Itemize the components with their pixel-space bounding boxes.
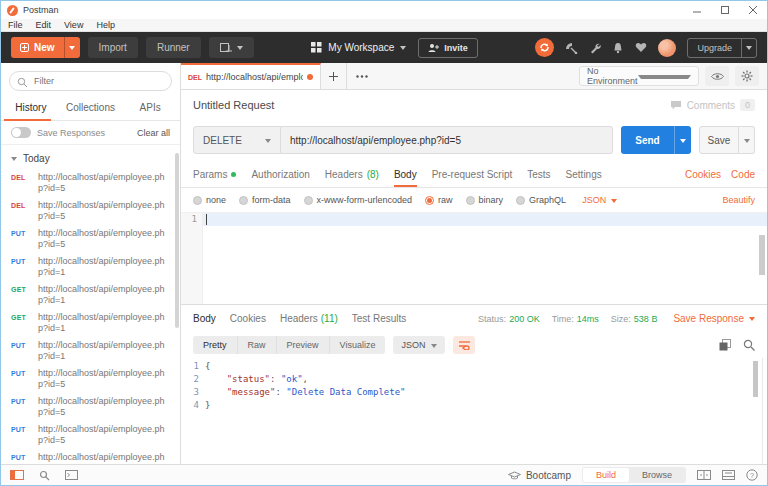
sync-button[interactable] bbox=[535, 38, 554, 57]
tab-authorization[interactable]: Authorization bbox=[251, 162, 309, 187]
environment-settings-button[interactable] bbox=[735, 66, 759, 86]
history-item[interactable]: PUT http://localhost/api/employee.php?id… bbox=[1, 365, 180, 393]
editor-scrollbar[interactable] bbox=[759, 235, 765, 275]
upgrade-dropdown[interactable] bbox=[741, 39, 756, 57]
save-responses-toggle[interactable] bbox=[11, 127, 31, 138]
tab-prerequest[interactable]: Pre-request Script bbox=[432, 162, 513, 187]
history-item[interactable]: PUT http://localhost/api/employee.php?id… bbox=[1, 225, 180, 253]
save-dropdown[interactable] bbox=[739, 126, 755, 154]
two-pane-layout-icon[interactable] bbox=[697, 470, 711, 480]
tab-body[interactable]: Body bbox=[394, 162, 417, 187]
today-section-header[interactable]: Today bbox=[1, 145, 180, 169]
single-pane-layout-icon[interactable] bbox=[722, 470, 735, 480]
comments-button[interactable]: Comments 0 bbox=[670, 99, 755, 111]
sidebar-scrollbar[interactable] bbox=[175, 153, 179, 328]
bodytype-none[interactable]: none bbox=[193, 195, 226, 205]
history-item[interactable]: DEL http://localhost/api/employee.php?id… bbox=[1, 169, 180, 197]
tab-apis[interactable]: APIs bbox=[120, 97, 180, 120]
view-preview[interactable]: Preview bbox=[277, 336, 330, 354]
help-icon[interactable]: ? bbox=[746, 469, 758, 481]
response-tab-headers[interactable]: Headers(11) bbox=[280, 305, 338, 332]
request-body-editor[interactable]: 1 bbox=[181, 212, 767, 304]
view-visualize[interactable]: Visualize bbox=[330, 336, 386, 354]
runner-button[interactable]: Runner bbox=[146, 37, 201, 58]
history-item[interactable]: DEL http://localhost/api/employee.php?id… bbox=[1, 197, 180, 225]
section-label: Today bbox=[23, 153, 50, 164]
bell-icon[interactable] bbox=[612, 42, 624, 54]
send-dropdown[interactable] bbox=[674, 126, 691, 154]
code-link[interactable]: Code bbox=[731, 169, 755, 180]
filter-input[interactable] bbox=[9, 71, 172, 91]
history-item[interactable]: PUT http://localhost/api/employee.php?id… bbox=[1, 393, 180, 421]
user-avatar[interactable] bbox=[658, 39, 676, 57]
bodytype-form-data[interactable]: form-data bbox=[239, 195, 291, 205]
new-tab-button[interactable] bbox=[321, 63, 347, 89]
new-button[interactable]: New bbox=[11, 37, 80, 58]
url-input[interactable] bbox=[281, 126, 613, 154]
history-item[interactable]: GET http://localhost/api/employee.php?id… bbox=[1, 281, 180, 309]
tab-collections[interactable]: Collections bbox=[61, 97, 121, 120]
menu-view[interactable]: View bbox=[64, 20, 83, 30]
search-response-icon[interactable] bbox=[743, 339, 755, 351]
cookies-link[interactable]: Cookies bbox=[685, 169, 721, 180]
beautify-link[interactable]: Beautify bbox=[722, 195, 755, 205]
build-tab[interactable]: Build bbox=[583, 468, 629, 482]
history-item[interactable]: PUT http://localhost/api/employee.php?id… bbox=[1, 421, 180, 449]
history-item[interactable]: PUT http://localhost/api/employee.php?id… bbox=[1, 253, 180, 281]
save-button[interactable]: Save bbox=[699, 126, 739, 154]
response-scrollbar[interactable] bbox=[753, 361, 758, 397]
request-name[interactable]: Untitled Request bbox=[193, 99, 274, 111]
environment-selector[interactable]: No Environment bbox=[579, 66, 699, 86]
history-item[interactable]: PUT http://localhost/api/employee.php?id… bbox=[1, 337, 180, 365]
bodytype-urlencoded[interactable]: x-www-form-urlencoded bbox=[304, 195, 413, 205]
menu-edit[interactable]: Edit bbox=[36, 20, 52, 30]
view-raw[interactable]: Raw bbox=[238, 336, 277, 354]
request-tab[interactable]: DEL http://localhost/api/employee.p... bbox=[181, 63, 321, 89]
heart-icon[interactable] bbox=[635, 42, 647, 53]
view-pretty[interactable]: Pretty bbox=[193, 336, 238, 354]
tab-options-button[interactable] bbox=[347, 63, 377, 89]
wrench-icon[interactable] bbox=[589, 42, 601, 54]
clear-all-link[interactable]: Clear all bbox=[137, 128, 170, 138]
menu-help[interactable]: Help bbox=[96, 20, 115, 30]
response-format-selector[interactable]: JSON bbox=[393, 336, 445, 354]
bodytype-graphql[interactable]: GraphQL bbox=[516, 195, 566, 205]
menu-file[interactable]: File bbox=[8, 20, 23, 30]
response-tab-test-results[interactable]: Test Results bbox=[352, 305, 406, 332]
tab-headers[interactable]: Headers(8) bbox=[325, 162, 379, 187]
content-type-selector[interactable]: JSON bbox=[582, 195, 617, 205]
import-button[interactable]: Import bbox=[88, 37, 138, 58]
satellite-icon[interactable] bbox=[565, 42, 578, 54]
tab-settings[interactable]: Settings bbox=[566, 162, 602, 187]
response-body[interactable]: 1{2 "status": "ok",3 "message": "Delete … bbox=[181, 358, 767, 464]
history-item[interactable]: GET http://localhost/api/employee.php?id… bbox=[1, 309, 180, 337]
new-dropdown[interactable] bbox=[64, 37, 80, 58]
console-icon[interactable] bbox=[65, 470, 78, 480]
response-tab-cookies[interactable]: Cookies bbox=[230, 305, 266, 332]
response-tab-body[interactable]: Body bbox=[193, 305, 216, 332]
history-item[interactable]: PUT http://localhost/api/employee.php?id… bbox=[1, 449, 180, 464]
maximize-button[interactable] bbox=[711, 1, 739, 19]
tab-history[interactable]: History bbox=[1, 97, 61, 120]
bodytype-raw[interactable]: raw bbox=[425, 195, 453, 205]
copy-icon[interactable] bbox=[719, 339, 731, 351]
browse-tab[interactable]: Browse bbox=[629, 468, 685, 482]
new-window-button[interactable] bbox=[209, 37, 254, 58]
send-button[interactable]: Send bbox=[621, 126, 674, 154]
tab-tests[interactable]: Tests bbox=[527, 162, 550, 187]
bootcamp-button[interactable]: Bootcamp bbox=[508, 470, 571, 481]
save-response-button[interactable]: Save Response bbox=[673, 313, 755, 324]
title-bar: Postman bbox=[1, 1, 767, 19]
toggle-sidebar-icon[interactable] bbox=[10, 470, 24, 480]
method-selector[interactable]: DELETE bbox=[193, 126, 281, 154]
upgrade-button[interactable]: Upgrade bbox=[687, 38, 757, 58]
close-button[interactable] bbox=[739, 1, 767, 19]
tab-params[interactable]: Params bbox=[193, 162, 236, 187]
workspace-selector[interactable]: My Workspace bbox=[311, 42, 406, 53]
minimize-button[interactable] bbox=[683, 1, 711, 19]
environment-preview-button[interactable] bbox=[705, 66, 729, 86]
wrap-lines-button[interactable] bbox=[453, 336, 475, 354]
bodytype-binary[interactable]: binary bbox=[466, 195, 504, 205]
invite-button[interactable]: Invite bbox=[418, 38, 478, 58]
find-icon[interactable] bbox=[39, 470, 50, 481]
